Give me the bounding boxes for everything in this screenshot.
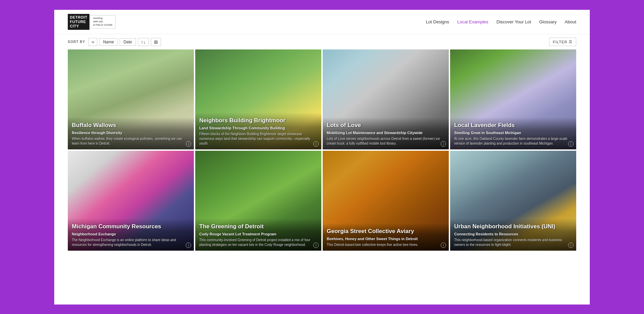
card-subtitle-michigan: Neighborhood Exchange [72, 232, 190, 236]
card-lots-of-love[interactable]: Lots of Love Mobilizing Lot Maintenance … [323, 49, 449, 149]
card-desc-urban: This neighborhood-based organization con… [454, 238, 572, 247]
main-container: DETROIT FUTURE CITY working with lots A … [54, 10, 590, 305]
sort-name-button[interactable]: Name [99, 38, 118, 46]
card-overlay-greening: The Greening of Detroit Cody Rouge Vacan… [195, 218, 321, 251]
card-buffalo-wallows[interactable]: Buffalo Wallows Resilience through Diver… [68, 49, 194, 149]
card-subtitle-neighbors: Land Stewardship Through Community Build… [199, 126, 317, 130]
sort-icon-button[interactable]: ≈ [88, 38, 97, 46]
nav-about[interactable]: About [565, 19, 576, 24]
card-grid: Buffalo Wallows Resilience through Diver… [54, 49, 590, 257]
card-local-lavender-fields[interactable]: Local Lavender Fields Smelling Great in … [450, 49, 576, 149]
card-overlay-georgia: Georgia Street Collective Aviary Beehive… [323, 223, 449, 251]
card-overlay-lots: Lots of Love Mobilizing Lot Maintenance … [323, 117, 449, 149]
sort-date-button[interactable]: Date [120, 38, 136, 46]
card-subtitle-urban: Connecting Residents to Resources [454, 232, 572, 236]
card-title-georgia: Georgia Street Collective Aviary [327, 228, 445, 235]
filter-label: FILTER [553, 40, 567, 44]
card-desc-neighbors: Fifteen blocks of the Neighbors Building… [199, 132, 317, 146]
card-neighbors-building-brightmoor[interactable]: Neighbors Building Brightmoor Land Stewa… [195, 49, 321, 149]
card-info-lots[interactable]: i [441, 141, 446, 147]
logo-subtitle: working with lots A FIELD GUIDE [90, 15, 116, 28]
header: DETROIT FUTURE CITY working with lots A … [54, 10, 590, 35]
card-desc-lavender: At one acre, this Oakland County lavende… [454, 137, 572, 146]
card-info-greening[interactable]: i [313, 243, 319, 248]
card-info-georgia[interactable]: i [441, 243, 446, 248]
card-desc-lots: Lots of Love serves neighborhoods across… [327, 137, 445, 146]
card-title-neighbors: Neighbors Building Brightmoor [199, 117, 317, 124]
card-overlay-lavender: Local Lavender Fields Smelling Great in … [450, 117, 576, 149]
card-subtitle-buffalo: Resilience through Diversity [72, 130, 190, 135]
card-overlay-michigan: Michigan Community Resources Neighborhoo… [68, 218, 194, 251]
card-subtitle-georgia: Beehives, Honey and Other Sweet Things i… [327, 236, 445, 241]
logo: DETROIT FUTURE CITY [68, 14, 89, 30]
sort-controls: SORT BY ≈ Name Date ↑↓ ⊞ [68, 38, 161, 46]
nav-local-examples[interactable]: Local Examples [457, 19, 488, 24]
card-subtitle-lots: Mobilizing Lot Maintenance and Stewardsh… [327, 130, 445, 135]
filter-button[interactable]: FILTER ☰ [549, 38, 576, 46]
card-title-michigan: Michigan Community Resources [72, 223, 190, 230]
card-desc-georgia: This Detroit-based bee collective keeps … [327, 243, 445, 247]
card-subtitle-greening: Cody Rouge Vacant Lot Treatment Program [199, 232, 317, 236]
nav-lot-designs[interactable]: Lot Designs [426, 19, 449, 24]
card-info-lavender[interactable]: i [568, 141, 573, 147]
card-title-buffalo: Buffalo Wallows [72, 122, 190, 129]
card-urban-neighborhood-initiatives[interactable]: Urban Neighborhood Initiatives (UNI) Con… [450, 151, 576, 251]
nav-glossary[interactable]: Glossary [539, 19, 557, 24]
main-nav: Lot Designs Local Examples Discover Your… [426, 19, 576, 24]
card-subtitle-lavender: Smelling Great in Southeast Michigan [454, 130, 572, 135]
card-title-urban: Urban Neighborhood Initiatives (UNI) [454, 223, 572, 230]
card-desc-michigan: The Neighborhood Exchange is an online p… [72, 238, 190, 247]
sort-grid-button[interactable]: ⊞ [151, 38, 161, 46]
sort-bar: SORT BY ≈ Name Date ↑↓ ⊞ FILTER ☰ [54, 34, 590, 49]
card-desc-buffalo: When buffalos wallow, they create ecolog… [72, 137, 190, 146]
sort-order-button[interactable]: ↑↓ [138, 38, 149, 46]
card-desc-greening: This community-involved Greening of Detr… [199, 238, 317, 247]
card-title-lots: Lots of Love [327, 122, 445, 129]
card-georgia-street-collective-aviary[interactable]: Georgia Street Collective Aviary Beehive… [323, 151, 449, 251]
card-greening-of-detroit[interactable]: The Greening of Detroit Cody Rouge Vacan… [195, 151, 321, 251]
card-overlay-neighbors: Neighbors Building Brightmoor Land Stewa… [195, 112, 321, 149]
card-info-michigan[interactable]: i [186, 243, 191, 248]
logo-area: DETROIT FUTURE CITY working with lots A … [68, 14, 116, 30]
filter-icon: ☰ [569, 40, 572, 44]
card-overlay-urban: Urban Neighborhood Initiatives (UNI) Con… [450, 218, 576, 251]
card-info-neighbors[interactable]: i [313, 141, 319, 147]
card-michigan-community-resources[interactable]: Michigan Community Resources Neighborhoo… [68, 151, 194, 251]
card-info-buffalo[interactable]: i [186, 141, 191, 147]
card-info-urban[interactable]: i [568, 243, 573, 248]
nav-discover-your-lot[interactable]: Discover Your Lot [497, 19, 531, 24]
sort-label: SORT BY [68, 40, 85, 44]
card-title-greening: The Greening of Detroit [199, 223, 317, 230]
card-overlay-buffalo: Buffalo Wallows Resilience through Diver… [68, 117, 194, 149]
card-title-lavender: Local Lavender Fields [454, 122, 572, 129]
